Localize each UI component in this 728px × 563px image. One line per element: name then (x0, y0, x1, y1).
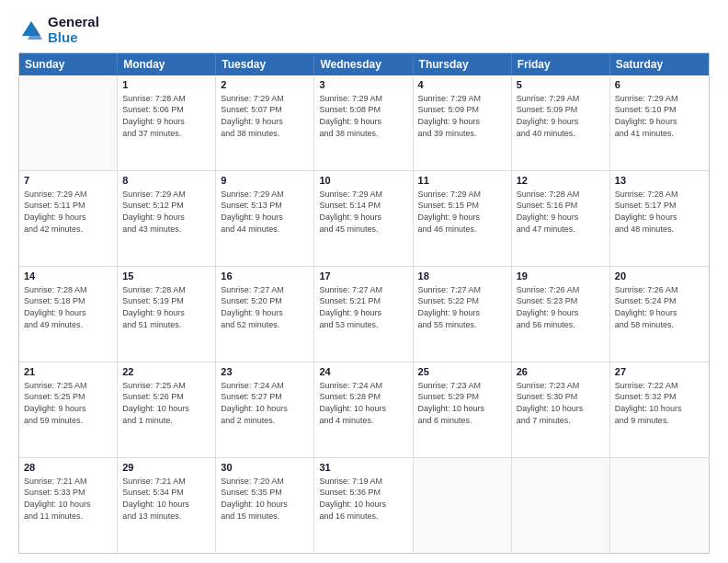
header-day-monday: Monday (118, 53, 216, 75)
cell-date-number: 29 (122, 461, 210, 475)
cell-date-number: 22 (122, 365, 210, 379)
calendar-cell (512, 458, 610, 553)
calendar-cell: 30Sunrise: 7:20 AM Sunset: 5:35 PM Dayli… (216, 458, 314, 553)
calendar-cell: 17Sunrise: 7:27 AM Sunset: 5:21 PM Dayli… (314, 267, 413, 362)
cell-date-number: 5 (517, 78, 605, 92)
calendar-header: SundayMondayTuesdayWednesdayThursdayFrid… (19, 53, 709, 75)
header-day-wednesday: Wednesday (314, 53, 413, 75)
cell-info-text: Sunrise: 7:23 AM Sunset: 5:29 PM Dayligh… (418, 380, 506, 426)
calendar-cell: 22Sunrise: 7:25 AM Sunset: 5:26 PM Dayli… (118, 362, 216, 457)
calendar-cell: 21Sunrise: 7:25 AM Sunset: 5:25 PM Dayli… (19, 362, 118, 457)
cell-info-text: Sunrise: 7:28 AM Sunset: 5:18 PM Dayligh… (24, 284, 112, 330)
calendar-cell: 24Sunrise: 7:24 AM Sunset: 5:28 PM Dayli… (314, 362, 413, 457)
cell-date-number: 25 (418, 365, 506, 379)
cell-date-number: 8 (122, 174, 210, 188)
cell-info-text: Sunrise: 7:29 AM Sunset: 5:12 PM Dayligh… (122, 189, 210, 235)
cell-date-number: 24 (319, 365, 407, 379)
header-day-thursday: Thursday (414, 53, 512, 75)
cell-date-number: 7 (24, 174, 112, 188)
calendar-cell: 4Sunrise: 7:29 AM Sunset: 5:09 PM Daylig… (414, 75, 512, 170)
calendar: SundayMondayTuesdayWednesdayThursdayFrid… (18, 52, 710, 554)
cell-date-number: 3 (319, 78, 407, 92)
calendar-week-4: 21Sunrise: 7:25 AM Sunset: 5:25 PM Dayli… (19, 362, 709, 458)
logo-text: General Blue (48, 15, 99, 45)
cell-info-text: Sunrise: 7:21 AM Sunset: 5:33 PM Dayligh… (24, 476, 112, 522)
cell-info-text: Sunrise: 7:29 AM Sunset: 5:09 PM Dayligh… (418, 93, 506, 139)
cell-date-number: 15 (122, 270, 210, 283)
cell-date-number: 11 (418, 174, 506, 188)
calendar-cell: 11Sunrise: 7:29 AM Sunset: 5:15 PM Dayli… (414, 171, 512, 266)
page: General Blue SundayMondayTuesdayWednesda… (0, 0, 728, 563)
calendar-cell: 9Sunrise: 7:29 AM Sunset: 5:13 PM Daylig… (216, 171, 314, 266)
calendar-cell: 12Sunrise: 7:28 AM Sunset: 5:16 PM Dayli… (512, 171, 610, 266)
cell-date-number: 31 (319, 461, 407, 475)
cell-date-number: 23 (221, 365, 309, 379)
calendar-cell: 7Sunrise: 7:29 AM Sunset: 5:11 PM Daylig… (19, 171, 118, 266)
cell-info-text: Sunrise: 7:22 AM Sunset: 5:32 PM Dayligh… (615, 380, 704, 426)
calendar-cell: 25Sunrise: 7:23 AM Sunset: 5:29 PM Dayli… (414, 362, 512, 457)
calendar-cell: 26Sunrise: 7:23 AM Sunset: 5:30 PM Dayli… (512, 362, 610, 457)
calendar-week-2: 7Sunrise: 7:29 AM Sunset: 5:11 PM Daylig… (19, 171, 709, 267)
cell-date-number: 6 (615, 78, 704, 92)
cell-info-text: Sunrise: 7:27 AM Sunset: 5:20 PM Dayligh… (221, 284, 309, 330)
cell-date-number: 30 (221, 461, 309, 475)
cell-info-text: Sunrise: 7:19 AM Sunset: 5:36 PM Dayligh… (319, 476, 407, 522)
calendar-cell: 6Sunrise: 7:29 AM Sunset: 5:10 PM Daylig… (610, 75, 709, 170)
cell-date-number: 12 (517, 174, 605, 188)
calendar-cell: 31Sunrise: 7:19 AM Sunset: 5:36 PM Dayli… (314, 458, 413, 553)
cell-date-number: 17 (319, 270, 407, 283)
calendar-cell: 3Sunrise: 7:29 AM Sunset: 5:08 PM Daylig… (314, 75, 413, 170)
calendar-cell: 8Sunrise: 7:29 AM Sunset: 5:12 PM Daylig… (118, 171, 216, 266)
cell-date-number: 28 (24, 461, 112, 475)
cell-info-text: Sunrise: 7:29 AM Sunset: 5:15 PM Dayligh… (418, 189, 506, 235)
cell-info-text: Sunrise: 7:29 AM Sunset: 5:13 PM Dayligh… (221, 189, 309, 235)
cell-info-text: Sunrise: 7:29 AM Sunset: 5:14 PM Dayligh… (319, 189, 407, 235)
calendar-body: 1Sunrise: 7:28 AM Sunset: 5:06 PM Daylig… (19, 75, 709, 553)
cell-info-text: Sunrise: 7:21 AM Sunset: 5:34 PM Dayligh… (122, 476, 210, 522)
cell-date-number: 16 (221, 270, 309, 283)
cell-info-text: Sunrise: 7:26 AM Sunset: 5:23 PM Dayligh… (517, 284, 605, 330)
cell-info-text: Sunrise: 7:29 AM Sunset: 5:10 PM Dayligh… (615, 93, 704, 139)
calendar-cell: 19Sunrise: 7:26 AM Sunset: 5:23 PM Dayli… (512, 267, 610, 362)
cell-date-number: 2 (221, 78, 309, 92)
cell-info-text: Sunrise: 7:29 AM Sunset: 5:09 PM Dayligh… (517, 93, 605, 139)
cell-info-text: Sunrise: 7:28 AM Sunset: 5:17 PM Dayligh… (615, 189, 704, 235)
calendar-week-3: 14Sunrise: 7:28 AM Sunset: 5:18 PM Dayli… (19, 267, 709, 362)
calendar-cell: 1Sunrise: 7:28 AM Sunset: 5:06 PM Daylig… (118, 75, 216, 170)
calendar-cell: 23Sunrise: 7:24 AM Sunset: 5:27 PM Dayli… (216, 362, 314, 457)
cell-info-text: Sunrise: 7:28 AM Sunset: 5:06 PM Dayligh… (122, 93, 210, 139)
cell-info-text: Sunrise: 7:28 AM Sunset: 5:19 PM Dayligh… (122, 284, 210, 330)
calendar-cell: 10Sunrise: 7:29 AM Sunset: 5:14 PM Dayli… (314, 171, 413, 266)
cell-info-text: Sunrise: 7:29 AM Sunset: 5:08 PM Dayligh… (319, 93, 407, 139)
cell-info-text: Sunrise: 7:25 AM Sunset: 5:26 PM Dayligh… (122, 380, 210, 426)
cell-date-number: 20 (615, 270, 704, 283)
header-day-sunday: Sunday (19, 53, 118, 75)
header-day-friday: Friday (512, 53, 610, 75)
calendar-cell: 20Sunrise: 7:26 AM Sunset: 5:24 PM Dayli… (610, 267, 709, 362)
logo-icon (18, 17, 44, 43)
cell-info-text: Sunrise: 7:25 AM Sunset: 5:25 PM Dayligh… (24, 380, 112, 426)
cell-info-text: Sunrise: 7:26 AM Sunset: 5:24 PM Dayligh… (615, 284, 704, 330)
cell-date-number: 26 (517, 365, 605, 379)
cell-date-number: 27 (615, 365, 704, 379)
cell-info-text: Sunrise: 7:27 AM Sunset: 5:21 PM Dayligh… (319, 284, 407, 330)
calendar-week-1: 1Sunrise: 7:28 AM Sunset: 5:06 PM Daylig… (19, 75, 709, 171)
calendar-week-5: 28Sunrise: 7:21 AM Sunset: 5:33 PM Dayli… (19, 458, 709, 553)
cell-info-text: Sunrise: 7:29 AM Sunset: 5:11 PM Dayligh… (24, 189, 112, 235)
cell-info-text: Sunrise: 7:24 AM Sunset: 5:28 PM Dayligh… (319, 380, 407, 426)
cell-info-text: Sunrise: 7:29 AM Sunset: 5:07 PM Dayligh… (221, 93, 309, 139)
calendar-cell: 14Sunrise: 7:28 AM Sunset: 5:18 PM Dayli… (19, 267, 118, 362)
cell-date-number: 1 (122, 78, 210, 92)
cell-info-text: Sunrise: 7:20 AM Sunset: 5:35 PM Dayligh… (221, 476, 309, 522)
cell-date-number: 13 (615, 174, 704, 188)
calendar-cell: 2Sunrise: 7:29 AM Sunset: 5:07 PM Daylig… (216, 75, 314, 170)
cell-info-text: Sunrise: 7:23 AM Sunset: 5:30 PM Dayligh… (517, 380, 605, 426)
calendar-cell: 29Sunrise: 7:21 AM Sunset: 5:34 PM Dayli… (118, 458, 216, 553)
cell-date-number: 9 (221, 174, 309, 188)
cell-date-number: 18 (418, 270, 506, 283)
header-day-tuesday: Tuesday (216, 53, 314, 75)
cell-date-number: 10 (319, 174, 407, 188)
header-day-saturday: Saturday (610, 53, 709, 75)
cell-info-text: Sunrise: 7:24 AM Sunset: 5:27 PM Dayligh… (221, 380, 309, 426)
header: General Blue (18, 15, 710, 45)
